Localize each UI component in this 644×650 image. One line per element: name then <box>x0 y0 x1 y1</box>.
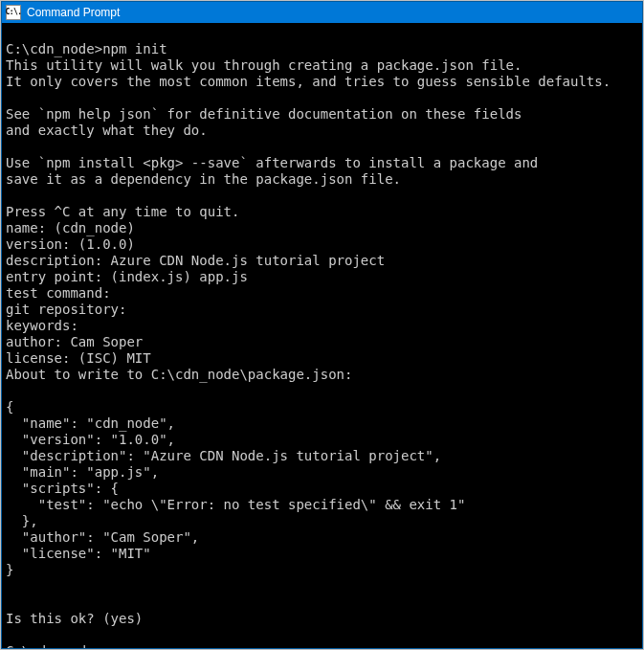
app-icon-label: C:\. <box>5 9 21 16</box>
window-title: Command Prompt <box>27 7 120 18</box>
app-icon: C:\. <box>6 5 21 20</box>
terminal-output[interactable]: C:\cdn_node>npm init This utility will w… <box>2 23 642 648</box>
command-prompt-window: C:\. Command Prompt C:\cdn_node>npm init… <box>1 1 643 649</box>
titlebar[interactable]: C:\. Command Prompt <box>2 2 642 23</box>
